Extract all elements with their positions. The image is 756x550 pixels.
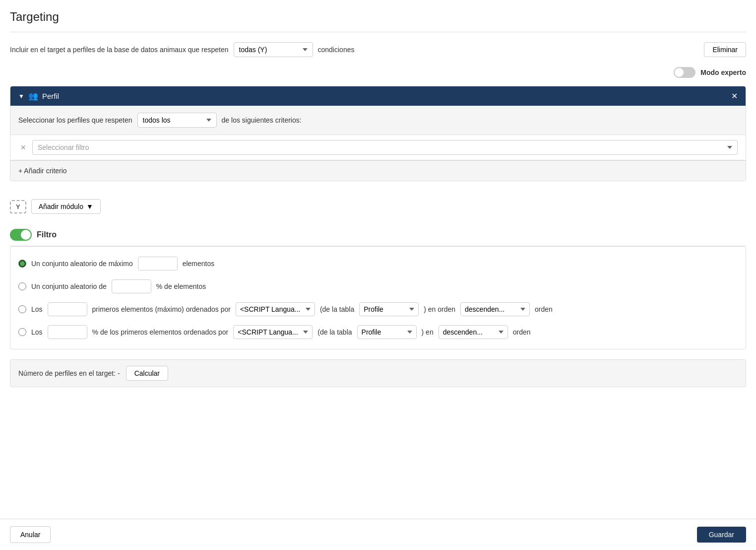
random-percent-input[interactable]: [112, 279, 151, 293]
condition-text-before: Incluir en el target a perfiles de la ba…: [10, 46, 229, 54]
opt3-text-middle2: (de la tabla: [320, 305, 354, 313]
modo-experto-label: Modo experto: [700, 69, 746, 76]
filter-remove-button[interactable]: ✕: [18, 142, 28, 152]
opt3-text-middle1: primeros elementos (máximo) ordenados po…: [92, 305, 231, 313]
filter-options-box: Un conjunto aleatorio de máximo elemento…: [10, 246, 746, 349]
opt4-text-before: Los: [31, 328, 43, 336]
radio-random-max[interactable]: [18, 260, 26, 268]
eliminar-button[interactable]: Eliminar: [704, 42, 746, 57]
add-module-button[interactable]: Añadir módulo ▼: [31, 199, 101, 214]
people-icon: 👥: [28, 91, 38, 101]
top-condition-row: Incluir en el target a perfiles de la ba…: [10, 42, 746, 57]
modo-experto-toggle[interactable]: [674, 67, 695, 78]
perfil-header-left: ▼ 👥 Perfil: [18, 91, 59, 101]
script-lang-select-2[interactable]: <SCRIPT Langua...: [233, 325, 313, 339]
perfil-body: Seleccionar los perfiles que respeten to…: [10, 106, 746, 181]
filtro-section: Filtro Un conjunto aleatorio de máximo e…: [10, 224, 746, 349]
opt1-text-after: elementos: [183, 260, 215, 268]
profiles-count-label: Número de perfiles en el target: -: [18, 369, 120, 377]
radio-first-ordered[interactable]: [18, 305, 26, 313]
toggle-slider: [674, 67, 695, 78]
filtro-toggle[interactable]: [10, 229, 32, 241]
filter-input-row: ✕ Seleccionar filtro: [10, 135, 746, 160]
filter-select[interactable]: Seleccionar filtro: [32, 140, 738, 155]
first-ordered-input[interactable]: [48, 302, 87, 316]
opt3-text-after: orden: [535, 305, 553, 313]
condition-text-after: condiciones: [318, 46, 355, 54]
title-divider: [10, 32, 746, 32]
add-criteria-label: + Añadir criterio: [18, 167, 67, 175]
collapse-arrow-icon[interactable]: ▼: [18, 93, 24, 100]
radio-random-percent[interactable]: [18, 282, 26, 290]
calcular-button[interactable]: Calcular: [126, 366, 168, 381]
bottom-spacer: [10, 387, 746, 422]
opt4-text-middle3: ) en: [422, 328, 434, 336]
perfil-title: Perfil: [42, 92, 59, 100]
criteria-selection-row: Seleccionar los perfiles que respeten to…: [10, 106, 746, 135]
perfil-header: ▼ 👥 Perfil ✕: [10, 86, 746, 106]
filter-option-first-ordered: Los primeros elementos (máximo) ordenado…: [18, 302, 738, 316]
profile-select-2[interactable]: Profile: [357, 325, 417, 339]
filtro-header: Filtro: [10, 224, 746, 246]
opt2-text-before: Un conjunto aleatorio de: [31, 282, 107, 290]
opt4-text-after: orden: [513, 328, 531, 336]
filter-option-random-percent: Un conjunto aleatorio de % de elementos: [18, 279, 738, 293]
filter-option-random-max: Un conjunto aleatorio de máximo elemento…: [18, 257, 738, 271]
profiles-count-row: Número de perfiles en el target: - Calcu…: [10, 359, 746, 387]
green-slider: [10, 229, 32, 241]
criteria-text-before: Seleccionar los perfiles que respeten: [18, 116, 132, 124]
profile-select-1[interactable]: Profile: [359, 302, 419, 316]
criteria-text-after: de los siguientes criterios:: [222, 116, 302, 124]
opt3-text-middle3: ) en orden: [424, 305, 455, 313]
percent-ordered-input[interactable]: [48, 325, 87, 339]
modo-experto-row: Modo experto: [10, 67, 746, 78]
perfil-close-button[interactable]: ✕: [731, 92, 738, 100]
opt4-text-middle1: % de los primeros elementos ordenados po…: [92, 328, 229, 336]
opt3-text-before: Los: [31, 305, 43, 313]
radio-percent-ordered[interactable]: [18, 328, 26, 336]
opt1-text-before: Un conjunto aleatorio de máximo: [31, 260, 133, 268]
add-criteria-button[interactable]: + Añadir criterio: [18, 167, 67, 175]
script-lang-select-1[interactable]: <SCRIPT Langua...: [236, 302, 315, 316]
random-max-input[interactable]: [138, 257, 178, 271]
add-module-label: Añadir módulo: [39, 203, 83, 210]
module-row: Y Añadir módulo ▼: [10, 191, 746, 219]
y-badge: Y: [10, 200, 26, 213]
perfil-section: ▼ 👥 Perfil ✕ Seleccionar los perfiles qu…: [10, 86, 746, 181]
criteria-dropdown[interactable]: todos losalguno de los: [137, 113, 217, 128]
condition-dropdown[interactable]: todas (Y)alguna (O): [234, 42, 313, 57]
add-criteria-row: + Añadir criterio: [10, 160, 746, 181]
order-select-2[interactable]: descenden...: [439, 325, 508, 339]
opt4-text-middle2: (de la tabla: [317, 328, 352, 336]
dropdown-arrow-icon: ▼: [86, 203, 93, 210]
page-title: Targeting: [10, 10, 746, 24]
filtro-label: Filtro: [37, 230, 57, 239]
filter-option-percent-ordered: Los % de los primeros elementos ordenado…: [18, 325, 738, 339]
order-select-1[interactable]: descenden...: [460, 302, 530, 316]
opt2-text-middle: % de elementos: [156, 282, 206, 290]
